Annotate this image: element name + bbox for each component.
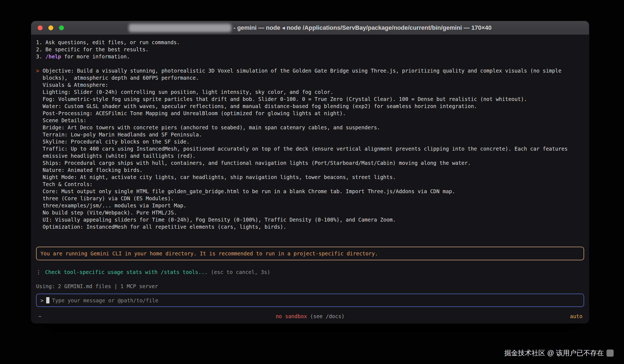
- user-message-line: No build step (Vite/Webpack). Pure HTML/…: [43, 209, 584, 216]
- user-message-line: Scene Details:: [43, 117, 584, 124]
- tip-line-3: 3. /help for more information.: [36, 53, 584, 60]
- input-placeholder: Type your message or @path/to/file: [52, 297, 158, 304]
- watermark-badge-icon: [607, 350, 614, 357]
- user-message-line: three (Core library) via CDN (ES Modules…: [43, 195, 584, 202]
- startup-tips: 1. Ask questions, edit files, or run com…: [36, 39, 584, 60]
- user-message: > Objective: Build a visually stunning, …: [36, 67, 584, 230]
- minimize-button[interactable]: [48, 25, 53, 30]
- user-message-line: Traffic: Up to 400 cars using InstancedM…: [43, 145, 584, 159]
- tip-line-1: 1. Ask questions, edit files, or run com…: [36, 39, 584, 46]
- sandbox-status: no sandbox: [276, 313, 307, 319]
- user-message-line: Night Mode: At night, activate city ligh…: [43, 174, 584, 181]
- input-prompt-marker: >: [40, 297, 43, 304]
- user-message-line: Tech & Controls:: [43, 181, 584, 188]
- spinner-icon: ⋮: [36, 269, 41, 275]
- window-titlebar[interactable]: - gemini — node ◂ node /Applications/Ser…: [31, 21, 589, 35]
- user-message-line: Bridge: Art Deco towers with concrete pi…: [43, 124, 584, 131]
- text-cursor: [46, 297, 49, 303]
- context-summary: Using: 2 GEMINI.md files | 1 MCP server: [36, 283, 584, 290]
- prompt-marker: >: [36, 67, 43, 230]
- user-message-line: Terrain: Low-poly Marin Headlands and SF…: [43, 131, 584, 138]
- tip-line-2: 2. Be specific for the best results.: [36, 46, 584, 53]
- message-input[interactable]: > Type your message or @path/to/file: [36, 294, 584, 307]
- user-message-line: Lighting: Slider (0-24h) controlling sun…: [43, 88, 584, 96]
- watermark-text: 掘金技术社区 @ 该用户已不存在: [504, 348, 604, 357]
- window-title: - gemini — node ◂ node /Applications/Ser…: [234, 24, 491, 31]
- traffic-lights: [38, 25, 64, 30]
- user-message-line: three/examples/jsm/... modules via Impor…: [43, 202, 584, 209]
- user-message-text: Objective: Build a visually stunning, ph…: [43, 67, 584, 230]
- home-directory-warning: You are running Gemini CLI in your home …: [36, 247, 584, 260]
- user-message-line: Visuals & Atmosphere:: [43, 81, 584, 88]
- zoom-button[interactable]: [59, 25, 64, 30]
- watermark: 掘金技术社区 @ 该用户已不存在: [504, 348, 614, 357]
- redacted-title-segment: [129, 24, 231, 32]
- title-group: - gemini — node ◂ node /Applications/Ser…: [129, 24, 491, 32]
- cancel-hint: (esc to cancel, 3s): [211, 269, 270, 275]
- user-message-line: Fog: Volumetric-style fog using sprite p…: [43, 96, 584, 103]
- warning-text: You are running Gemini CLI in your home …: [40, 250, 378, 256]
- user-message-line: Skyline: Procedural city blocks on the S…: [43, 138, 584, 145]
- cwd-indicator: ~: [38, 313, 41, 320]
- help-command: /help: [45, 53, 61, 59]
- close-button[interactable]: [38, 25, 43, 30]
- desktop: - gemini — node ◂ node /Applications/Ser…: [0, 0, 624, 364]
- user-message-line: Objective: Build a visually stunning, ph…: [43, 67, 584, 81]
- user-message-line: Optimization: InstancedMesh for all repe…: [43, 223, 584, 230]
- status-bar: ~ no sandbox (see /docs) auto: [36, 313, 584, 320]
- user-message-line: Post-Processing: ACESFilmic Tone Mapping…: [43, 110, 584, 117]
- user-message-line: Nature: Animated flocking birds.: [43, 166, 584, 174]
- tip-3-prefix: 3.: [36, 53, 45, 59]
- sandbox-docs-hint: (see /docs): [310, 313, 345, 319]
- user-message-line: UI: Visually appealing sliders for Time …: [43, 216, 584, 223]
- tip-3-suffix: for more information.: [61, 53, 130, 59]
- sandbox-indicator: no sandbox (see /docs): [276, 313, 345, 320]
- terminal-window: - gemini — node ◂ node /Applications/Ser…: [31, 21, 589, 323]
- user-message-line: Ships: Procedural cargo ships with hull,…: [43, 159, 584, 166]
- terminal-content: 1. Ask questions, edit files, or run com…: [31, 35, 589, 323]
- user-message-line: Core: Must output only single HTML file …: [43, 188, 584, 195]
- model-mode: auto: [570, 313, 582, 320]
- user-message-line: Water: Custom GLSL shader with waves, sp…: [43, 103, 584, 110]
- status-message: Check tool-specific usage stats with /st…: [45, 269, 208, 275]
- status-line: ⋮Check tool-specific usage stats with /s…: [36, 268, 584, 276]
